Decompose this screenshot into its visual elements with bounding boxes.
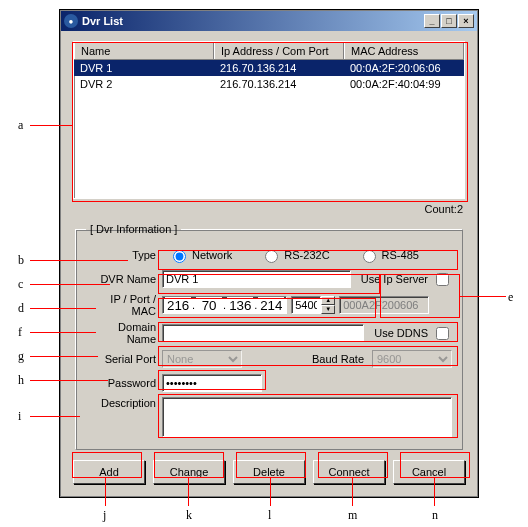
label-baud: Baud Rate (246, 353, 368, 365)
useddns-checkbox[interactable] (436, 327, 449, 340)
letter-f: f (18, 325, 22, 340)
password-input[interactable] (162, 374, 262, 392)
port-spinner[interactable]: ▲ ▼ (291, 296, 335, 314)
letter-l: l (268, 508, 271, 523)
list-header: Name Ip Address / Com Port MAC Address (74, 42, 464, 60)
letter-b: b (18, 253, 24, 268)
port-input[interactable] (291, 296, 321, 314)
maximize-button[interactable]: □ (441, 14, 457, 28)
dvr-list-window: ● Dvr List _ □ × Name Ip Address / Com P… (60, 10, 478, 497)
letter-i: i (18, 409, 21, 424)
col-name[interactable]: Name (74, 42, 214, 59)
letter-d: d (18, 301, 24, 316)
change-button[interactable]: Change (153, 460, 225, 484)
label-useddns: Use DDNS (374, 327, 428, 339)
radio-rs485[interactable]: RS-485 (358, 247, 419, 263)
serial-select: None (162, 350, 242, 368)
titlebar[interactable]: ● Dvr List _ □ × (61, 11, 477, 31)
port-down-icon[interactable]: ▼ (321, 305, 335, 314)
label-type: Type (86, 249, 162, 261)
label-password: Password (86, 377, 162, 389)
group-legend: [ Dvr Information ] (86, 223, 181, 235)
port-up-icon[interactable]: ▲ (321, 296, 335, 305)
add-button[interactable]: Add (73, 460, 145, 484)
letter-m: m (348, 508, 357, 523)
label-dvrname: DVR Name (86, 273, 162, 285)
useipserver-checkbox[interactable] (436, 273, 449, 286)
connect-button[interactable]: Connect (313, 460, 385, 484)
close-button[interactable]: × (458, 14, 474, 28)
count-label: Count:2 (73, 203, 463, 215)
radio-rs232c[interactable]: RS-232C (260, 247, 329, 263)
col-ip[interactable]: Ip Address / Com Port (214, 42, 344, 59)
letter-k: k (186, 508, 192, 523)
letter-a: a (18, 118, 23, 133)
ip-input[interactable]: . . . (162, 296, 287, 314)
letter-c: c (18, 277, 23, 292)
dvrname-input[interactable] (162, 270, 351, 288)
mac-input (339, 296, 429, 314)
radio-network[interactable]: Network (168, 247, 232, 263)
description-input[interactable] (162, 397, 452, 437)
dvr-list[interactable]: Name Ip Address / Com Port MAC Address D… (73, 41, 465, 199)
col-mac[interactable]: MAC Address (344, 42, 464, 59)
label-ipportmac: IP / Port / MAC (86, 293, 162, 317)
letter-j: j (103, 508, 106, 523)
table-row[interactable]: DVR 2216.70.136.21400:0A:2F:40:04:99 (74, 76, 464, 92)
label-domain: Domain Name (86, 321, 162, 345)
window-title: Dvr List (82, 15, 123, 27)
app-icon: ● (64, 14, 78, 28)
baud-select: 9600 (372, 350, 452, 368)
type-radio-group: Network RS-232C RS-485 (162, 247, 452, 263)
label-serial: Serial Port (86, 353, 162, 365)
letter-h: h (18, 373, 24, 388)
letter-e: e (508, 290, 513, 305)
minimize-button[interactable]: _ (424, 14, 440, 28)
table-row[interactable]: DVR 1216.70.136.21400:0A:2F:20:06:06 (74, 60, 464, 76)
cancel-button[interactable]: Cancel (393, 460, 465, 484)
label-description: Description (86, 397, 162, 409)
letter-n: n (432, 508, 438, 523)
letter-g: g (18, 349, 24, 364)
domain-input[interactable] (162, 324, 364, 342)
dvr-information-group: [ Dvr Information ] Type Network RS-232C… (75, 223, 463, 450)
delete-button[interactable]: Delete (233, 460, 305, 484)
label-useipserver: Use Ip Server (361, 273, 428, 285)
